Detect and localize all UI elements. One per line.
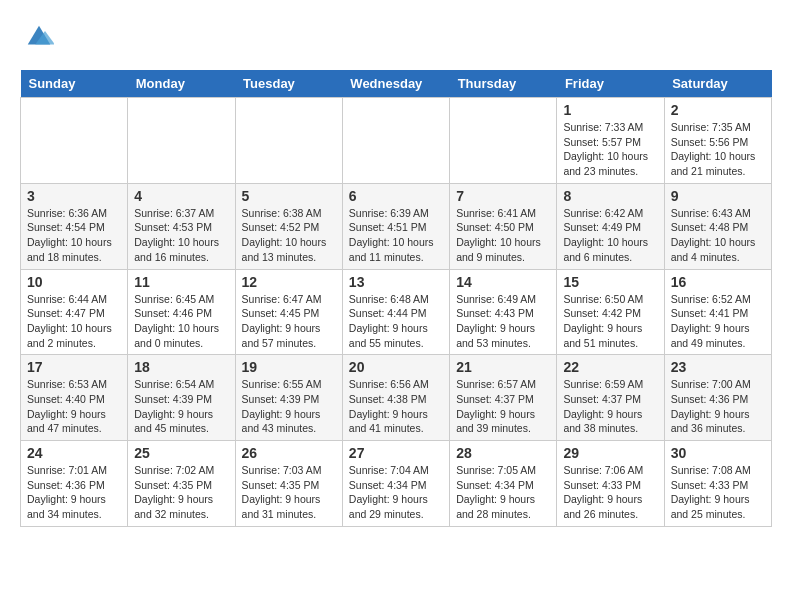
calendar-cell: 15Sunrise: 6:50 AM Sunset: 4:42 PM Dayli… xyxy=(557,269,664,355)
day-detail: Sunrise: 6:57 AM Sunset: 4:37 PM Dayligh… xyxy=(456,377,550,436)
day-number: 4 xyxy=(134,188,228,204)
day-detail: Sunrise: 6:54 AM Sunset: 4:39 PM Dayligh… xyxy=(134,377,228,436)
calendar-cell: 25Sunrise: 7:02 AM Sunset: 4:35 PM Dayli… xyxy=(128,441,235,527)
day-detail: Sunrise: 6:39 AM Sunset: 4:51 PM Dayligh… xyxy=(349,206,443,265)
day-detail: Sunrise: 6:44 AM Sunset: 4:47 PM Dayligh… xyxy=(27,292,121,351)
day-number: 10 xyxy=(27,274,121,290)
day-detail: Sunrise: 6:47 AM Sunset: 4:45 PM Dayligh… xyxy=(242,292,336,351)
column-header-monday: Monday xyxy=(128,70,235,98)
day-detail: Sunrise: 7:03 AM Sunset: 4:35 PM Dayligh… xyxy=(242,463,336,522)
calendar-cell: 28Sunrise: 7:05 AM Sunset: 4:34 PM Dayli… xyxy=(450,441,557,527)
calendar-cell: 20Sunrise: 6:56 AM Sunset: 4:38 PM Dayli… xyxy=(342,355,449,441)
day-detail: Sunrise: 7:33 AM Sunset: 5:57 PM Dayligh… xyxy=(563,120,657,179)
calendar-cell: 4Sunrise: 6:37 AM Sunset: 4:53 PM Daylig… xyxy=(128,183,235,269)
day-number: 19 xyxy=(242,359,336,375)
column-header-thursday: Thursday xyxy=(450,70,557,98)
calendar-cell: 9Sunrise: 6:43 AM Sunset: 4:48 PM Daylig… xyxy=(664,183,771,269)
calendar-cell: 21Sunrise: 6:57 AM Sunset: 4:37 PM Dayli… xyxy=(450,355,557,441)
day-detail: Sunrise: 7:02 AM Sunset: 4:35 PM Dayligh… xyxy=(134,463,228,522)
logo xyxy=(20,20,54,54)
calendar-cell: 19Sunrise: 6:55 AM Sunset: 4:39 PM Dayli… xyxy=(235,355,342,441)
day-detail: Sunrise: 6:59 AM Sunset: 4:37 PM Dayligh… xyxy=(563,377,657,436)
day-detail: Sunrise: 6:49 AM Sunset: 4:43 PM Dayligh… xyxy=(456,292,550,351)
day-detail: Sunrise: 6:52 AM Sunset: 4:41 PM Dayligh… xyxy=(671,292,765,351)
column-header-wednesday: Wednesday xyxy=(342,70,449,98)
day-detail: Sunrise: 6:50 AM Sunset: 4:42 PM Dayligh… xyxy=(563,292,657,351)
calendar-table: SundayMondayTuesdayWednesdayThursdayFrid… xyxy=(20,70,772,527)
day-number: 13 xyxy=(349,274,443,290)
day-detail: Sunrise: 6:37 AM Sunset: 4:53 PM Dayligh… xyxy=(134,206,228,265)
calendar-cell: 1Sunrise: 7:33 AM Sunset: 5:57 PM Daylig… xyxy=(557,98,664,184)
day-number: 22 xyxy=(563,359,657,375)
column-header-tuesday: Tuesday xyxy=(235,70,342,98)
day-detail: Sunrise: 6:42 AM Sunset: 4:49 PM Dayligh… xyxy=(563,206,657,265)
page-header xyxy=(20,20,772,54)
day-number: 5 xyxy=(242,188,336,204)
column-header-saturday: Saturday xyxy=(664,70,771,98)
calendar-cell: 6Sunrise: 6:39 AM Sunset: 4:51 PM Daylig… xyxy=(342,183,449,269)
day-number: 24 xyxy=(27,445,121,461)
calendar-cell: 22Sunrise: 6:59 AM Sunset: 4:37 PM Dayli… xyxy=(557,355,664,441)
day-number: 20 xyxy=(349,359,443,375)
calendar-cell: 29Sunrise: 7:06 AM Sunset: 4:33 PM Dayli… xyxy=(557,441,664,527)
day-detail: Sunrise: 7:35 AM Sunset: 5:56 PM Dayligh… xyxy=(671,120,765,179)
column-header-sunday: Sunday xyxy=(21,70,128,98)
day-number: 27 xyxy=(349,445,443,461)
day-number: 17 xyxy=(27,359,121,375)
calendar-cell: 11Sunrise: 6:45 AM Sunset: 4:46 PM Dayli… xyxy=(128,269,235,355)
day-detail: Sunrise: 6:36 AM Sunset: 4:54 PM Dayligh… xyxy=(27,206,121,265)
day-number: 18 xyxy=(134,359,228,375)
day-number: 1 xyxy=(563,102,657,118)
calendar-cell: 18Sunrise: 6:54 AM Sunset: 4:39 PM Dayli… xyxy=(128,355,235,441)
calendar-cell: 7Sunrise: 6:41 AM Sunset: 4:50 PM Daylig… xyxy=(450,183,557,269)
day-detail: Sunrise: 6:48 AM Sunset: 4:44 PM Dayligh… xyxy=(349,292,443,351)
day-detail: Sunrise: 6:56 AM Sunset: 4:38 PM Dayligh… xyxy=(349,377,443,436)
day-number: 28 xyxy=(456,445,550,461)
day-number: 23 xyxy=(671,359,765,375)
day-detail: Sunrise: 7:04 AM Sunset: 4:34 PM Dayligh… xyxy=(349,463,443,522)
calendar-cell: 27Sunrise: 7:04 AM Sunset: 4:34 PM Dayli… xyxy=(342,441,449,527)
day-number: 26 xyxy=(242,445,336,461)
day-number: 8 xyxy=(563,188,657,204)
calendar-cell: 3Sunrise: 6:36 AM Sunset: 4:54 PM Daylig… xyxy=(21,183,128,269)
day-detail: Sunrise: 7:06 AM Sunset: 4:33 PM Dayligh… xyxy=(563,463,657,522)
calendar-cell: 23Sunrise: 7:00 AM Sunset: 4:36 PM Dayli… xyxy=(664,355,771,441)
day-number: 2 xyxy=(671,102,765,118)
calendar-cell: 24Sunrise: 7:01 AM Sunset: 4:36 PM Dayli… xyxy=(21,441,128,527)
day-detail: Sunrise: 7:01 AM Sunset: 4:36 PM Dayligh… xyxy=(27,463,121,522)
day-number: 7 xyxy=(456,188,550,204)
day-number: 21 xyxy=(456,359,550,375)
day-detail: Sunrise: 7:08 AM Sunset: 4:33 PM Dayligh… xyxy=(671,463,765,522)
calendar-cell: 2Sunrise: 7:35 AM Sunset: 5:56 PM Daylig… xyxy=(664,98,771,184)
calendar-cell xyxy=(235,98,342,184)
day-detail: Sunrise: 7:00 AM Sunset: 4:36 PM Dayligh… xyxy=(671,377,765,436)
day-detail: Sunrise: 6:55 AM Sunset: 4:39 PM Dayligh… xyxy=(242,377,336,436)
calendar-cell: 12Sunrise: 6:47 AM Sunset: 4:45 PM Dayli… xyxy=(235,269,342,355)
day-number: 14 xyxy=(456,274,550,290)
calendar-cell: 17Sunrise: 6:53 AM Sunset: 4:40 PM Dayli… xyxy=(21,355,128,441)
day-number: 3 xyxy=(27,188,121,204)
day-number: 9 xyxy=(671,188,765,204)
calendar-cell: 13Sunrise: 6:48 AM Sunset: 4:44 PM Dayli… xyxy=(342,269,449,355)
day-detail: Sunrise: 6:45 AM Sunset: 4:46 PM Dayligh… xyxy=(134,292,228,351)
calendar-cell: 5Sunrise: 6:38 AM Sunset: 4:52 PM Daylig… xyxy=(235,183,342,269)
calendar-cell: 26Sunrise: 7:03 AM Sunset: 4:35 PM Dayli… xyxy=(235,441,342,527)
calendar-cell xyxy=(342,98,449,184)
day-detail: Sunrise: 6:53 AM Sunset: 4:40 PM Dayligh… xyxy=(27,377,121,436)
calendar-cell xyxy=(450,98,557,184)
day-detail: Sunrise: 6:43 AM Sunset: 4:48 PM Dayligh… xyxy=(671,206,765,265)
calendar-cell: 10Sunrise: 6:44 AM Sunset: 4:47 PM Dayli… xyxy=(21,269,128,355)
day-number: 15 xyxy=(563,274,657,290)
day-number: 12 xyxy=(242,274,336,290)
day-number: 30 xyxy=(671,445,765,461)
day-number: 6 xyxy=(349,188,443,204)
calendar-cell xyxy=(128,98,235,184)
day-detail: Sunrise: 7:05 AM Sunset: 4:34 PM Dayligh… xyxy=(456,463,550,522)
day-number: 25 xyxy=(134,445,228,461)
calendar-cell xyxy=(21,98,128,184)
day-detail: Sunrise: 6:38 AM Sunset: 4:52 PM Dayligh… xyxy=(242,206,336,265)
calendar-cell: 30Sunrise: 7:08 AM Sunset: 4:33 PM Dayli… xyxy=(664,441,771,527)
column-header-friday: Friday xyxy=(557,70,664,98)
day-detail: Sunrise: 6:41 AM Sunset: 4:50 PM Dayligh… xyxy=(456,206,550,265)
calendar-cell: 8Sunrise: 6:42 AM Sunset: 4:49 PM Daylig… xyxy=(557,183,664,269)
